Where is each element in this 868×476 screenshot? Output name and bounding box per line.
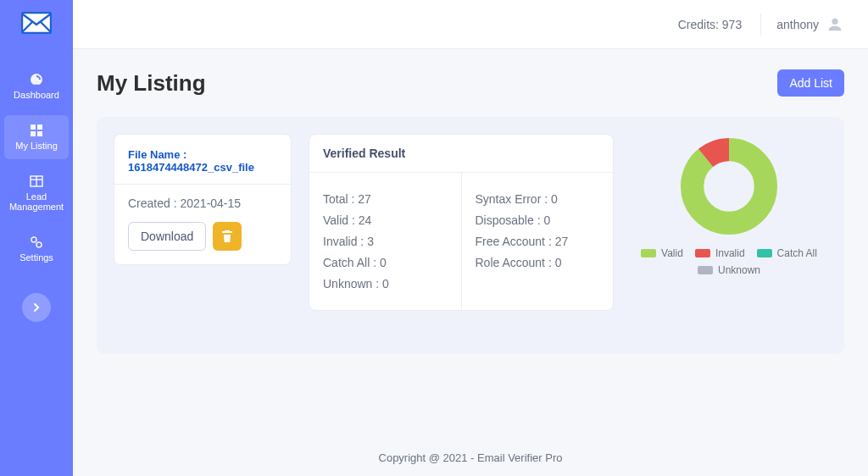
user-menu[interactable]: anthony: [776, 15, 844, 34]
page-header: My Listing Add List: [97, 69, 844, 97]
chart-legend: Valid Invalid Catch All Unknown: [631, 247, 827, 276]
file-card-actions: Download: [128, 222, 277, 251]
sidebar-item-dashboard[interactable]: Dashboard: [4, 64, 69, 108]
file-card-body: Created : 2021-04-15 Download: [114, 185, 291, 264]
username: anthony: [776, 18, 819, 31]
sidebar-item-my-listing[interactable]: My Listing: [4, 115, 69, 159]
donut-chart: [676, 134, 782, 239]
legend-item-catchall: Catch All: [757, 247, 817, 259]
svg-rect-4: [37, 131, 42, 136]
verified-result-card: Verified Result Total : 27 Valid : 24 In…: [309, 134, 614, 311]
footer: Copyright @ 2021 - Email Verifier Pro: [73, 451, 868, 464]
credits-label: Credits:: [678, 18, 719, 31]
sidebar-collapse-button[interactable]: [22, 293, 51, 322]
svg-rect-3: [31, 131, 36, 136]
legend-item-valid: Valid: [641, 247, 683, 259]
legend-item-invalid: Invalid: [695, 247, 745, 259]
page-title: My Listing: [97, 70, 206, 97]
topbar: Credits: 973 anthony: [73, 0, 868, 49]
credits-value: 973: [722, 18, 742, 31]
legend-swatch: [757, 249, 772, 257]
verified-result-body: Total : 27 Valid : 24 Invalid : 3 Catch …: [309, 173, 613, 310]
sidebar-item-label: My Listing: [15, 141, 58, 151]
topbar-divider: [760, 14, 761, 36]
verified-result-heading: Verified Result: [309, 135, 613, 173]
created-label: Created :: [128, 196, 177, 210]
stat-roleacc: Role Account : 0: [476, 256, 600, 269]
sidebar-item-label: Lead Management: [9, 191, 64, 212]
dashboard-icon: [30, 73, 43, 86]
gears-icon: [30, 235, 43, 249]
add-list-button[interactable]: Add List: [777, 69, 844, 97]
stat-catchall: Catch All : 0: [323, 256, 448, 269]
legend-label: Valid: [661, 247, 683, 259]
credits-display: Credits: 973: [678, 18, 760, 31]
sidebar-item-lead-management[interactable]: Lead Management: [4, 166, 69, 220]
grid-icon: [30, 124, 43, 137]
file-created: Created : 2021-04-15: [128, 196, 277, 210]
svg-rect-1: [31, 125, 36, 130]
app-logo: [21, 12, 52, 61]
file-card: File Name : 1618474448472_csv_file Creat…: [114, 134, 292, 265]
svg-point-9: [36, 242, 42, 247]
stat-total: Total : 27: [323, 192, 448, 206]
sidebar-item-label: Settings: [19, 252, 53, 263]
stat-freeacc: Free Account : 27: [476, 235, 600, 248]
verified-left-column: Total : 27 Valid : 24 Invalid : 3 Catch …: [309, 173, 461, 310]
file-name-label: File Name :: [128, 148, 277, 161]
stat-syntax: Syntax Error : 0: [476, 192, 600, 206]
legend-swatch: [698, 266, 713, 274]
legend-item-unknown: Unknown: [698, 264, 760, 276]
main-content: My Listing Add List File Name : 16184744…: [73, 49, 868, 476]
trash-icon: [221, 230, 233, 242]
stat-unknown: Unknown : 0: [323, 277, 448, 291]
delete-button[interactable]: [213, 222, 242, 251]
sidebar-item-label: Dashboard: [14, 90, 59, 100]
file-name-link[interactable]: 1618474448472_csv_file: [128, 161, 277, 174]
svg-rect-2: [37, 125, 42, 130]
legend-swatch: [695, 249, 710, 257]
table-icon: [30, 174, 43, 188]
stat-disposable: Disposable : 0: [476, 213, 600, 227]
file-card-header: File Name : 1618474448472_csv_file: [114, 135, 291, 185]
legend-label: Unknown: [718, 264, 760, 276]
verified-right-column: Syntax Error : 0 Disposable : 0 Free Acc…: [461, 173, 614, 310]
stat-valid: Valid : 24: [323, 213, 448, 227]
stat-invalid: Invalid : 3: [323, 235, 448, 248]
download-button[interactable]: Download: [128, 222, 206, 251]
legend-label: Catch All: [777, 247, 817, 259]
chevron-right-icon: [32, 303, 41, 312]
avatar-icon: [826, 15, 844, 34]
sidebar-item-settings[interactable]: Settings: [4, 227, 69, 271]
svg-point-8: [31, 237, 36, 242]
chart-panel: Valid Invalid Catch All Unknown: [631, 134, 827, 276]
legend-swatch: [641, 249, 656, 257]
created-value: 2021-04-15: [180, 196, 241, 210]
legend-label: Invalid: [715, 247, 745, 259]
listing-card-area: File Name : 1618474448472_csv_file Creat…: [97, 117, 844, 354]
sidebar: Dashboard My Listing Lead Management Set…: [0, 0, 73, 476]
